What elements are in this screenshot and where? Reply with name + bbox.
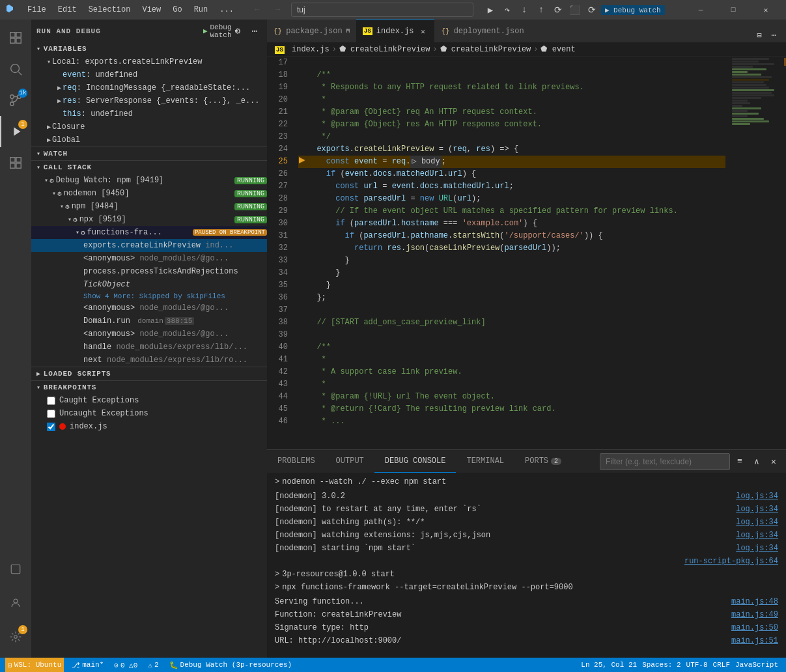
link-log34e[interactable]: log.js:34: [736, 542, 778, 554]
stop-button[interactable]: ⬛: [567, 3, 583, 17]
status-warnings[interactable]: ⚠ 2: [145, 658, 161, 672]
tab-index-js[interactable]: JS index.js ✕: [356, 20, 434, 42]
activity-source-control[interactable]: 1k: [0, 85, 31, 116]
cs-anon1[interactable]: <anonymous> node_modules/@go...: [31, 252, 267, 265]
status-encoding[interactable]: UTF-8: [684, 658, 710, 672]
status-spaces[interactable]: Spaces: 2: [639, 658, 683, 672]
var-global-item[interactable]: ▶ Global: [31, 133, 267, 147]
restart-button[interactable]: ⟳: [550, 3, 566, 17]
cs-functions-fra[interactable]: ▾ ⚙ functions-fra... PAUSED ON BREAKPOIN…: [31, 226, 267, 239]
step-into-button[interactable]: ↓: [516, 3, 532, 17]
bp-uncaught-exceptions[interactable]: Uncaught Exceptions: [31, 407, 267, 420]
link-main50[interactable]: main.js:50: [731, 622, 778, 634]
var-closure-item[interactable]: ▶ Closure: [31, 120, 267, 133]
link-log34d[interactable]: log.js:34: [736, 529, 778, 541]
back-button[interactable]: ←: [248, 3, 266, 17]
console-filter-input[interactable]: [600, 453, 730, 470]
link-log34b[interactable]: log.js:34: [736, 503, 778, 515]
tab-ports[interactable]: PORTS 2: [514, 450, 572, 473]
step-over-button[interactable]: ↷: [499, 3, 515, 17]
tab-debug-console[interactable]: DEBUG CONSOLE: [374, 450, 456, 473]
menu-more[interactable]: ...: [214, 4, 239, 16]
close-button[interactable]: ✕: [751, 0, 781, 20]
menu-file[interactable]: File: [22, 4, 51, 16]
tab-deployment-json[interactable]: {} deployment.json: [434, 20, 530, 42]
var-this-item[interactable]: this: undefined: [31, 107, 267, 120]
link-runscript[interactable]: run-script-pkg.js:64: [684, 555, 778, 567]
tab-package-json[interactable]: {} package.json M: [267, 20, 356, 42]
code-editor[interactable]: 1718192021 222324 25 2627282930 31323334…: [267, 57, 731, 449]
cs-npm[interactable]: ▾ ⚙ npm [9484] RUNNING: [31, 200, 267, 213]
cs-handle[interactable]: handle node_modules/express/lib/...: [31, 341, 267, 354]
more-tab-actions-button[interactable]: ⋯: [766, 28, 781, 42]
cs-debug-watch[interactable]: ▾ ⚙ Debug Watch: npm [9419] RUNNING: [31, 174, 267, 187]
var-event-item[interactable]: event: undefined: [31, 68, 267, 81]
menu-edit[interactable]: Edit: [53, 4, 82, 16]
status-eol[interactable]: CRLF: [710, 658, 733, 672]
open-launch-json-button[interactable]: ⚙: [231, 24, 245, 38]
menu-run[interactable]: Run: [189, 4, 214, 16]
continue-button[interactable]: ▶: [483, 3, 498, 17]
minimize-button[interactable]: —: [686, 0, 716, 20]
step-out-button[interactable]: ↑: [533, 3, 549, 17]
cs-tick-object[interactable]: TickObject: [31, 278, 267, 291]
maximize-button[interactable]: □: [718, 0, 748, 20]
variables-header[interactable]: ▾ VARIABLES: [31, 42, 267, 55]
link-main51[interactable]: main.js:51: [731, 635, 778, 647]
cs-next[interactable]: next node_modules/express/lib/ro...: [31, 354, 267, 367]
link-main49[interactable]: main.js:49: [731, 609, 778, 621]
link-main48[interactable]: main.js:48: [731, 596, 778, 608]
cs-nodemon[interactable]: ▾ ⚙ nodemon [9450] RUNNING: [31, 187, 267, 200]
index-js-checkbox[interactable]: [47, 423, 55, 431]
status-language[interactable]: JavaScript: [733, 658, 781, 672]
cs-anon2[interactable]: <anonymous> node_modules/@go...: [31, 301, 267, 315]
disconnect-button[interactable]: ⟳: [584, 3, 600, 17]
breadcrumb-create2[interactable]: ⬟ createLinkPreview: [440, 44, 531, 54]
cs-process-ticks[interactable]: process.processTicksAndRejections: [31, 265, 267, 278]
search-input[interactable]: [291, 3, 473, 17]
tab-index-js-close[interactable]: ✕: [417, 26, 428, 36]
activity-settings[interactable]: 1: [0, 621, 31, 652]
cs-npx[interactable]: ▾ ⚙ npx [9519] RUNNING: [31, 213, 267, 226]
activity-search[interactable]: [0, 53, 31, 85]
cs-domain-run[interactable]: Domain.run domain388:15: [31, 315, 267, 328]
tab-problems[interactable]: PROBLEMS: [267, 450, 326, 473]
activity-run-debug[interactable]: 1: [0, 116, 31, 147]
code-content[interactable]: /** * Responds to any HTTP request relat…: [293, 57, 731, 449]
close-panel-button[interactable]: ✕: [766, 455, 781, 469]
status-errors[interactable]: ⊙ 0 △0: [111, 658, 140, 672]
split-editor-button[interactable]: ⊟: [752, 28, 766, 42]
bp-caught-exceptions[interactable]: Caught Exceptions: [31, 394, 267, 407]
loaded-scripts-header[interactable]: ▶ LOADED SCRIPTS: [31, 367, 267, 380]
var-res-item[interactable]: ▶ res: ServerResponse {_events: {...}, _…: [31, 94, 267, 107]
activity-account[interactable]: [0, 587, 31, 619]
link-log34a[interactable]: log.js:34: [736, 490, 778, 502]
activity-remote[interactable]: [0, 553, 31, 585]
uncaught-exceptions-checkbox[interactable]: [47, 410, 55, 418]
link-log34c[interactable]: log.js:34: [736, 516, 778, 528]
bp-index-js[interactable]: index.js: [31, 420, 267, 433]
caught-exceptions-checkbox[interactable]: [47, 397, 55, 405]
breakpoints-header[interactable]: ▾ BREAKPOINTS: [31, 381, 267, 394]
tab-terminal[interactable]: TERMINAL: [456, 450, 514, 473]
more-actions-button[interactable]: ⋯: [247, 24, 262, 38]
status-branch[interactable]: ⎇ main*: [69, 658, 106, 672]
cs-anon3[interactable]: <anonymous> node_modules/@go...: [31, 328, 267, 341]
sidebar-scroll-area[interactable]: ▾ VARIABLES ▾ Local: exports.createLinkP…: [31, 42, 267, 658]
collapse-panel-button[interactable]: ∧: [750, 455, 764, 469]
menu-view[interactable]: View: [137, 4, 166, 16]
show-more-link[interactable]: Show 4 More: Skipped by skipFiles: [31, 291, 267, 301]
breadcrumb-create1[interactable]: ⬟ createLinkPreview: [339, 44, 430, 54]
activity-explorer[interactable]: [0, 22, 31, 53]
activity-extensions[interactable]: [0, 147, 31, 178]
watch-header[interactable]: ▾ WATCH: [31, 147, 267, 160]
filter-options-button[interactable]: ≡: [733, 455, 747, 469]
menu-go[interactable]: Go: [167, 4, 187, 16]
var-local-item[interactable]: ▾ Local: exports.createLinkPreview: [31, 55, 267, 68]
var-req-item[interactable]: ▶ req: IncomingMessage {_readableState:.…: [31, 81, 267, 94]
cs-exports-create[interactable]: exports.createLinkPreview ind...: [31, 239, 267, 252]
status-cursor[interactable]: Ln 25, Col 21: [578, 658, 639, 672]
debug-config-name[interactable]: ▶ Debug Watch: [601, 5, 665, 15]
tab-output[interactable]: OUTPUT: [326, 450, 374, 473]
breadcrumb-event[interactable]: ⬟ event: [540, 44, 575, 54]
